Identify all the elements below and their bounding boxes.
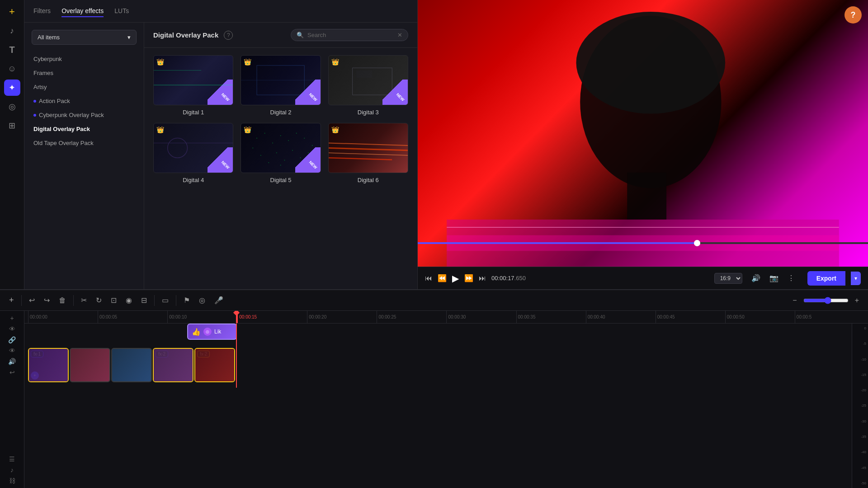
separator: [21, 295, 22, 306]
effect-card-digital1[interactable]: 👑 NEW Digital 1: [153, 55, 233, 116]
play-icon[interactable]: ▶: [452, 273, 459, 284]
svg-point-13: [288, 140, 289, 141]
timeline-audio-icon[interactable]: 🔊: [8, 358, 16, 365]
progress-bar[interactable]: [418, 242, 868, 244]
ruler-mark: 00:00:05: [98, 311, 167, 324]
video-clip-5[interactable]: fx·2: [194, 348, 235, 382]
category-frames[interactable]: Frames: [24, 66, 144, 80]
add-icon[interactable]: +: [4, 4, 20, 20]
timeline-back-icon[interactable]: ↩: [9, 369, 15, 376]
redo-button[interactable]: ↪: [40, 294, 53, 307]
apps-icon[interactable]: ⊞: [4, 117, 20, 134]
video-clip-1[interactable]: fx·1 +: [28, 348, 69, 382]
cut-button[interactable]: ✂: [77, 294, 90, 307]
zoom-slider[interactable]: [803, 297, 849, 304]
clear-search-icon[interactable]: ✕: [397, 32, 402, 38]
delete-button[interactable]: 🗑: [55, 294, 70, 307]
sticker-icon[interactable]: ☺: [4, 61, 20, 77]
help-button[interactable]: ?: [844, 6, 862, 23]
svg-point-8: [249, 133, 250, 134]
ruler-mark: 00:00:30: [446, 311, 516, 324]
video-frame: ?: [418, 0, 868, 267]
bottom-area: + ↩ ↪ 🗑 ✂ ↻ ⊡ ◉ ⊟ ▭ ⚑ ◎ 🎤 − + + 👁 🔗 👁 🔊 …: [0, 289, 868, 488]
effect-thumbnail-digital1: 👑 NEW: [153, 55, 233, 105]
all-items-dropdown[interactable]: All items ▾: [32, 30, 137, 45]
motion-button[interactable]: ◎: [195, 294, 209, 307]
vu-label: -10: [854, 357, 866, 361]
step-back-icon[interactable]: ⏪: [438, 274, 447, 282]
color-button[interactable]: ◉: [122, 294, 136, 307]
timeline-music-icon[interactable]: ♪: [10, 466, 14, 474]
svg-point-14: [296, 133, 297, 134]
category-action-pack[interactable]: Action Pack: [24, 94, 144, 108]
zoom-out-button[interactable]: −: [789, 294, 800, 307]
effects-panel: Filters Overlay effects LUTs All items ▾…: [24, 0, 418, 289]
tab-filters[interactable]: Filters: [33, 5, 51, 17]
timeline-eye-icon[interactable]: 👁: [9, 325, 15, 333]
grid-header: Digital Overlay Pack ? 🔍 ✕: [144, 23, 417, 48]
media-button[interactable]: ▭: [158, 294, 172, 307]
skip-end-icon[interactable]: ⏭: [479, 274, 486, 282]
vu-label: -45: [854, 466, 866, 470]
ruler-marks: 00:00:00 00:00:05 00:00:10 00:00:15 00:0…: [28, 311, 864, 324]
timeline-link-icon[interactable]: 🔗: [8, 336, 16, 343]
timeline-side-icons: + 👁 🔗 👁 🔊 ↩ ☰ ♪ ⛓: [0, 311, 24, 488]
progress-thumb[interactable]: [694, 240, 700, 246]
adjust-button[interactable]: ⊟: [137, 294, 151, 307]
svg-point-12: [280, 135, 281, 136]
category-artsy[interactable]: Artsy: [24, 80, 144, 94]
tab-overlay-effects[interactable]: Overlay effects: [61, 5, 104, 17]
category-sidebar: All items ▾ Cyberpunk Frames Artsy Actio…: [24, 23, 144, 289]
overlay-clip[interactable]: 👍 ◎ Lik: [187, 324, 237, 340]
timeline-add-icon[interactable]: +: [10, 314, 14, 322]
effect-name-digital6: Digital 6: [358, 177, 379, 183]
tab-bar: Filters Overlay effects LUTs: [24, 0, 417, 23]
like-icon: 👍: [192, 328, 201, 336]
category-digital-overlay[interactable]: Digital Overlay Pack: [24, 122, 144, 136]
zoom-in-button[interactable]: +: [851, 294, 863, 307]
search-input[interactable]: [307, 32, 394, 38]
skip-start-icon[interactable]: ⏮: [425, 274, 432, 282]
text-icon[interactable]: T: [4, 42, 20, 58]
step-forward-icon[interactable]: ⏩: [464, 274, 473, 282]
export-chevron-button[interactable]: ▾: [851, 272, 861, 285]
aspect-ratio-select[interactable]: 16:9 9:16 1:1 4:3: [714, 273, 742, 284]
video-clip-4[interactable]: fx·2: [153, 348, 193, 382]
more-options-icon[interactable]: ⋮: [788, 274, 795, 282]
chevron-down-icon: ▾: [127, 34, 131, 41]
transitions-icon[interactable]: ◎: [4, 99, 20, 115]
undo-button[interactable]: ↩: [25, 294, 38, 307]
svg-point-24: [269, 162, 269, 163]
effect-card-digital4[interactable]: 👑 NEW Digital 4: [153, 123, 233, 183]
volume-icon[interactable]: 🔊: [751, 274, 760, 282]
video-clip-3[interactable]: [111, 348, 152, 382]
export-button[interactable]: Export: [807, 271, 845, 286]
rotate-button[interactable]: ↻: [92, 294, 105, 307]
mic-button[interactable]: 🎤: [211, 294, 227, 307]
category-label: Artsy: [33, 84, 47, 90]
flag-button[interactable]: ⚑: [180, 294, 193, 307]
crop-button[interactable]: ⊡: [107, 294, 120, 307]
effect-card-digital2[interactable]: 👑 NEW Digital 2: [241, 55, 321, 116]
video-clip-2[interactable]: [70, 348, 110, 382]
category-old-tape[interactable]: Old Tape Overlay Pack: [24, 136, 144, 150]
timeline-chain-icon[interactable]: ⛓: [9, 477, 15, 484]
add-track-button[interactable]: +: [5, 293, 18, 307]
effects-icon[interactable]: ✦: [4, 80, 20, 96]
tab-luts[interactable]: LUTs: [114, 5, 129, 17]
category-cyberpunk[interactable]: Cyberpunk: [24, 52, 144, 66]
overlay-track: 👍 ◎ Lik: [28, 327, 848, 345]
effect-card-digital3[interactable]: 👑 NEW Digital 3: [328, 55, 408, 116]
ruler-mark: 00:00:35: [516, 311, 586, 324]
timeline-eye2-icon[interactable]: 👁: [9, 347, 15, 354]
timeline-ruler: 00:00:00 00:00:05 00:00:10 00:00:15 00:0…: [24, 311, 868, 324]
help-icon[interactable]: ?: [224, 31, 233, 40]
category-cyberpunk-overlay[interactable]: Cyberpunk Overlay Pack: [24, 108, 144, 122]
snapshot-icon[interactable]: 📷: [769, 274, 778, 282]
effect-card-digital6[interactable]: 👑 Digital 6: [328, 123, 408, 183]
timeline-list-icon[interactable]: ☰: [9, 455, 15, 463]
music-icon[interactable]: ♪: [4, 23, 20, 39]
effect-thumbnail-digital2: 👑 NEW: [241, 55, 321, 105]
effect-card-digital5[interactable]: 👑 NEW: [241, 123, 321, 183]
category-label: Cyberpunk Overlay Pack: [39, 112, 104, 118]
